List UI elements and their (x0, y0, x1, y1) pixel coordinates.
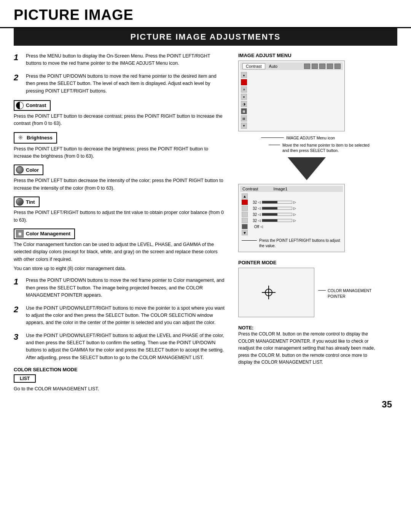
menu-icon-3 (319, 64, 325, 69)
adj-annotation: Press the POINT LEFT/RIGHT buttons to ad… (242, 238, 343, 249)
contrast-block: Contrast Press the POINT LEFT button to … (14, 100, 227, 128)
color-selection-section: COLOR SELECTION MODE LIST Go to the COLO… (14, 367, 227, 391)
brightness-block: ✳ Brightness Press the POINT LEFT button… (14, 132, 227, 160)
color-management-block: ▦ Color Management The Color management … (14, 228, 227, 273)
pointer-annotation: COLOR MANAGEMENT POINTER (318, 288, 372, 299)
adj-arrow-4: ◁ (258, 219, 261, 222)
adj-bar-3: 32 ◁ ▷ (249, 212, 296, 217)
adj-bar-bg-1 (262, 201, 292, 204)
adj-bar-bg-2 (262, 207, 292, 210)
contrast-icon (16, 102, 24, 109)
pointer-mode-title: POINTER MODE (238, 260, 375, 265)
cm-step-3-number: 3 (14, 332, 22, 362)
pointer-box (238, 268, 314, 317)
color-icon (16, 166, 24, 174)
menu-icon-1 (304, 64, 310, 69)
menu-row-6: ▦ (241, 108, 247, 114)
adj-bar-bg-3 (262, 213, 292, 216)
adj-bar-fill-3 (262, 213, 277, 216)
brightness-desc: Press the POINT LEFT button to decrease … (14, 145, 227, 160)
note-title: NOTE: (238, 325, 375, 331)
list-desc: Go to the COLOR MANAGEMENT LIST. (14, 386, 227, 391)
step-1-block: 1 Press the MENU button to display the O… (14, 53, 227, 67)
brightness-label: ✳ Brightness (14, 132, 57, 144)
adj-bar-fill-4 (262, 219, 277, 222)
annotation-line-1 (261, 137, 284, 138)
adj-bar-5: Off ◁ (249, 225, 263, 229)
annotation-line-2 (269, 145, 280, 145)
adj-icon-1 (242, 200, 248, 205)
adj-icon-5 (242, 224, 248, 229)
menu-icon-annotation: IMAGE ADJUST Menu icon (261, 135, 375, 141)
adj-bar-2: 32 ◁ ▷ (249, 206, 296, 211)
down-arrow-container (238, 157, 375, 180)
pointer-label: COLOR MANAGEMENT POINTER (328, 288, 372, 299)
image-adjust-menu-section: IMAGE ADJUST MENU Contrast Auto (238, 53, 375, 252)
image-adjust-menu-title: IMAGE ADJUST MENU (238, 53, 375, 58)
adj-bar-1: 32 ◁ ▷ (249, 200, 296, 204)
adj-arrow-4r: ▷ (293, 219, 296, 222)
menu-row-7: ▤ (241, 115, 247, 121)
adj-row-1: 32 ◁ ▷ (240, 199, 343, 205)
adj-bar-bg-4 (262, 219, 292, 222)
step-2-block: 2 Press the POINT UP/DOWN buttons to mov… (14, 73, 227, 95)
adj-arrow-2r: ▷ (293, 206, 296, 210)
adj-label2: Image1 (274, 187, 288, 191)
select-annotation-text: Move the red frame pointer to item to be… (282, 142, 375, 153)
page-title: PICTURE IMAGE (14, 7, 397, 23)
adj-mockup: Contrast Image1 ▲ 32 ◁ ▷ (238, 184, 345, 252)
adj-down-icon: ▼ (242, 230, 248, 235)
tint-block: Tint Press the POINT LEFT/RIGHT buttons … (14, 197, 227, 224)
color-management-icon: ▦ (16, 230, 24, 238)
color-desc: Press the POINT LEFT button decrease the… (14, 177, 227, 192)
step-1-number: 1 (14, 53, 22, 67)
cm-step-3-block: 3 Use the POINT UP/DOWN/LEFT/RIGHT butto… (14, 332, 227, 362)
note-section: NOTE: Press the COLOR M. button on the r… (238, 325, 375, 366)
adj-arrow-5: ◁ (260, 225, 263, 228)
tint-label: Tint (14, 197, 40, 207)
menu-icon-4 (327, 64, 333, 69)
page-header: PICTURE IMAGE (0, 0, 411, 28)
contrast-label: Contrast (14, 100, 51, 111)
adj-value-2: 32 (249, 206, 257, 211)
menu-body: ▲ ✳ ● ◑ ▦ ▤ ▼ (240, 71, 343, 129)
menu-icon-5 (335, 64, 341, 69)
menu-contrast-tab: Contrast (242, 63, 265, 69)
step-2-number: 2 (14, 73, 22, 95)
adj-row-down: ▼ (240, 230, 343, 236)
color-management-desc1: The Color management function can be use… (14, 241, 227, 263)
pointer-mode-section: POINTER MODE COLOR MANAGEMENT POINTER (238, 260, 375, 320)
main-content: 1 Press the MENU button to display the O… (0, 53, 411, 391)
cm-step-1-text: Press the POINT UP/DOWN buttons to move … (26, 277, 227, 299)
adj-value-1: 32 (249, 200, 257, 204)
menu-row-8: ▼ (241, 123, 247, 129)
menu-row-3: ✳ (241, 86, 247, 93)
left-column: 1 Press the MENU button to display the O… (14, 53, 227, 391)
menu-icons-col: ▲ ✳ ● ◑ ▦ ▤ ▼ (240, 71, 248, 129)
adj-row-2: 32 ◁ ▷ (240, 205, 343, 211)
menu-mockup: Contrast Auto ▲ ✳ (238, 61, 345, 131)
adj-row-up: ▲ (240, 193, 343, 199)
crosshair-circle (265, 289, 272, 296)
adj-arrow-3r: ▷ (293, 212, 296, 216)
adj-arrow-2: ◁ (258, 206, 261, 210)
adj-label1: Contrast (242, 187, 258, 191)
adj-annotation-text: Press the POINT LEFT/RIGHT buttons to ad… (259, 238, 343, 249)
menu-row-selected (241, 79, 247, 85)
pointer-box-row: COLOR MANAGEMENT POINTER (238, 268, 375, 320)
adj-row-3: 32 ◁ ▷ (240, 211, 343, 217)
adj-arrow-1: ◁ (258, 200, 261, 204)
contrast-desc: Press the POINT LEFT button to decrease … (14, 113, 227, 128)
adj-value-3: 32 (249, 212, 257, 217)
menu-row-4: ● (241, 94, 247, 100)
note-text: Press the COLOR M. button on the remote … (238, 331, 375, 366)
tint-desc: Press the POINT LEFT/RIGHT buttons to ad… (14, 209, 227, 224)
menu-icon-label: IMAGE ADJUST Menu icon (286, 135, 335, 141)
adj-value-5: Off (249, 225, 259, 229)
cm-step-1-number: 1 (14, 277, 22, 299)
cm-step-3-text: Use the POINT UP/DOWN/LEFT/RIGHT buttons… (26, 332, 227, 362)
cm-step-2-text: Use the POINT UP/DOWN/LEFT/RIGHT buttons… (26, 305, 227, 327)
section-header: PICTURE IMAGE ADJUSTMENTS (14, 28, 397, 46)
color-block: Color Press the POINT LEFT button decrea… (14, 165, 227, 192)
cm-step-1-block: 1 Press the POINT UP/DOWN buttons to mov… (14, 277, 227, 299)
